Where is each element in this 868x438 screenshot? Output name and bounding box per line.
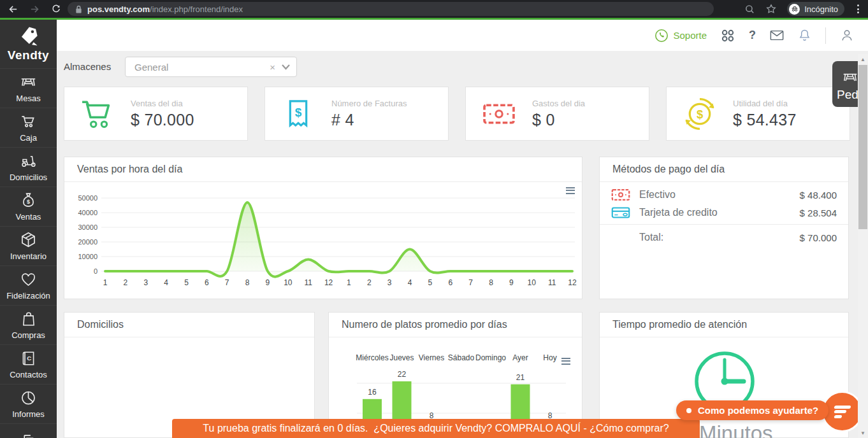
svg-text:6: 6: [205, 278, 209, 287]
sidebar-item-tienda[interactable]: [0, 423, 57, 438]
avg-time-unit: Minutos: [699, 421, 773, 438]
sidebar-item-compras[interactable]: Compras: [0, 305, 57, 344]
phone-support-icon: [655, 29, 669, 43]
payment-label: Tarjeta de credito: [639, 207, 800, 218]
payment-value: $ 28.504: [800, 208, 837, 218]
svg-text:C: C: [27, 355, 31, 362]
scrollbar-thumb[interactable]: [858, 65, 867, 229]
notifications-button[interactable]: [798, 28, 811, 43]
brand-logo[interactable]: Vendty: [0, 20, 57, 68]
url-bar[interactable]: pos.vendty.com/index.php/frontend/index: [68, 2, 714, 16]
svg-text:10: 10: [528, 278, 537, 287]
sidebar-item-mesas[interactable]: Mesas: [0, 68, 57, 108]
stat-value: $ 0: [532, 111, 585, 129]
svg-text:4: 4: [408, 278, 412, 287]
svg-text:11: 11: [304, 278, 312, 287]
chevron-down-icon[interactable]: [282, 64, 290, 70]
panel-title: Métodos de pago del día: [600, 157, 848, 182]
chat-tooltip[interactable]: Como podemos ayudarte?: [676, 400, 828, 420]
brand-name: Vendty: [8, 48, 49, 62]
box-icon: [20, 231, 37, 248]
vendty-tag-icon: [18, 25, 40, 47]
svg-text:10000: 10000: [78, 253, 98, 260]
payment-value: $ 48.400: [800, 190, 837, 201]
svg-text:22: 22: [398, 370, 407, 379]
help-button[interactable]: ?: [749, 29, 756, 42]
payment-total-row: Total: $ 70.000: [600, 227, 848, 248]
scroll-down-arrow[interactable]: ▼: [858, 428, 868, 438]
panel-title: Domicilios: [64, 313, 314, 337]
incognito-label: Incógnito: [804, 4, 838, 14]
scroll-up-arrow[interactable]: ▲: [858, 54, 868, 64]
svg-text:Hoy: Hoy: [543, 353, 556, 362]
sidebar-item-label: Domicilios: [10, 173, 47, 182]
sidebar-item-label: Mesas: [16, 94, 40, 103]
bookmark-button[interactable]: [765, 3, 777, 15]
search-tabs-button[interactable]: [744, 4, 755, 15]
stat-value: $ 70.000: [131, 111, 194, 129]
svg-text:6: 6: [448, 278, 452, 287]
stat-label: Gastos del dia: [532, 99, 585, 108]
support-label: Soporte: [673, 30, 707, 41]
svg-text:7: 7: [225, 278, 229, 287]
cart-icon: [20, 113, 37, 130]
accent-line: [0, 18, 868, 20]
svg-text:30000: 30000: [78, 223, 98, 231]
clear-selection-icon[interactable]: ×: [270, 62, 275, 73]
sidebar-item-domicilios[interactable]: Domicilios: [0, 147, 57, 187]
forward-button[interactable]: [29, 4, 40, 15]
heart-icon: [20, 271, 37, 288]
messages-button[interactable]: [770, 30, 784, 41]
status-dot: [686, 408, 691, 413]
grid-icon: [721, 29, 735, 43]
svg-text:20000: 20000: [78, 238, 98, 246]
chrome-menu-button[interactable]: [855, 4, 862, 13]
total-label: Total:: [639, 232, 800, 243]
svg-text:10: 10: [284, 278, 293, 287]
stat-card-facturas: $ Número de Facturas # 4: [264, 87, 449, 141]
sidebar-item-contactos[interactable]: C Contactos: [0, 344, 57, 384]
back-button[interactable]: [8, 4, 18, 15]
apps-grid-button[interactable]: [721, 29, 735, 43]
forward-arrow-icon: [29, 4, 40, 15]
svg-text:40000: 40000: [78, 209, 98, 216]
support-button[interactable]: Soporte: [655, 29, 707, 43]
svg-text:3: 3: [143, 278, 148, 287]
svg-text:Domingo: Domingo: [475, 353, 506, 362]
scrollbar-track[interactable]: ▲ ▼: [858, 54, 868, 438]
stat-card-ventas: Ventas del dia $ 70.000: [64, 87, 248, 141]
svg-text:1: 1: [347, 278, 351, 287]
svg-text:Miércoles: Miércoles: [356, 353, 388, 362]
mobile-cart-icon: [20, 434, 37, 438]
svg-text:$: $: [27, 199, 30, 205]
trial-banner[interactable]: Tu prueba gratis finalizará en 0 días. ¿…: [172, 419, 700, 438]
payment-label: Efectivo: [639, 189, 800, 201]
refresh-button[interactable]: [51, 4, 61, 14]
scooter-icon: [20, 152, 38, 169]
money-bag-icon: $: [20, 192, 37, 209]
sidebar-nav: Mesas Caja Domicilios $ Ventas Inventari…: [0, 68, 57, 438]
stat-value: $ 54.437: [733, 111, 797, 129]
shopping-bag-icon: [20, 311, 37, 327]
stat-label: Número de Facturas: [331, 99, 407, 108]
account-button[interactable]: [840, 28, 854, 43]
table-icon: [841, 69, 860, 85]
sidebar-item-inventario[interactable]: Inventario: [0, 226, 57, 265]
store-select[interactable]: General ×: [125, 57, 297, 77]
sidebar-item-informes[interactable]: Informes: [0, 384, 57, 423]
total-value: $ 70.000: [800, 232, 837, 243]
mail-icon: [770, 30, 784, 41]
svg-text:21: 21: [516, 373, 525, 382]
invoice-icon: $: [265, 98, 331, 130]
sidebar-item-fidelizacion[interactable]: Fidelización: [0, 265, 57, 305]
svg-text:16: 16: [368, 388, 377, 397]
refresh-icon: [51, 4, 61, 14]
chat-tooltip-text: Como podemos ayudarte?: [698, 405, 818, 416]
sidebar-item-ventas[interactable]: $ Ventas: [0, 187, 57, 226]
svg-text:Viernes: Viernes: [419, 353, 444, 362]
sidebar-item-label: Informes: [12, 409, 45, 419]
sidebar-item-caja[interactable]: Caja: [0, 108, 57, 147]
sidebar-item-label: Caja: [20, 133, 37, 143]
browser-chrome: pos.vendty.com/index.php/frontend/index …: [0, 0, 868, 18]
lock-icon: [75, 4, 82, 14]
